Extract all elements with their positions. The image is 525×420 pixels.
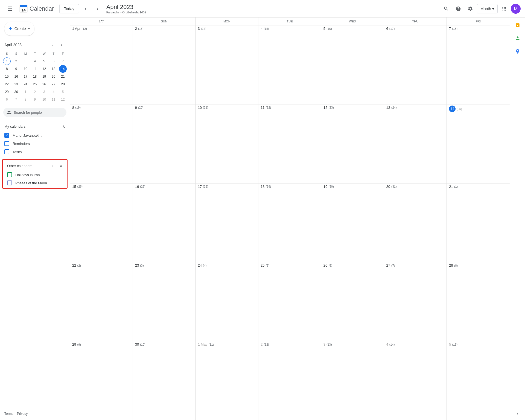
reminders-checkbox[interactable] xyxy=(4,141,9,146)
mini-day-cell[interactable]: 25 xyxy=(30,80,39,88)
user-avatar[interactable]: M xyxy=(511,4,521,14)
mini-day-cell[interactable]: 3 xyxy=(21,57,30,65)
mini-day-cell[interactable]: 14 xyxy=(58,65,68,73)
day-apr-18[interactable]: 18(29) xyxy=(258,183,321,262)
mini-prev-button[interactable]: ‹ xyxy=(49,41,57,49)
mini-day-cell[interactable]: 1 xyxy=(2,57,11,65)
mini-day-cell[interactable]: 15 xyxy=(2,73,11,80)
mini-day-cell[interactable]: 6 xyxy=(2,96,11,103)
day-apr-20[interactable]: 20(31) xyxy=(384,183,447,262)
day-apr-4[interactable]: 4(15) xyxy=(258,25,321,104)
calendar-item-holidays-iran[interactable]: Holidays in Iran xyxy=(3,171,67,179)
moon-phases-checkbox[interactable] xyxy=(7,180,12,185)
view-selector[interactable]: Month ▾ xyxy=(477,4,498,13)
mini-day-cell[interactable]: 16 xyxy=(11,73,21,80)
day-apr-5[interactable]: 5(16) xyxy=(321,25,384,104)
day-apr-26[interactable]: 26(6) xyxy=(321,262,384,341)
mini-day-1[interactable]: 1 xyxy=(3,57,11,65)
terms-link[interactable]: Terms xyxy=(4,412,13,416)
day-may-3[interactable]: 3(13) xyxy=(321,341,384,420)
mini-day-8[interactable]: 8 xyxy=(3,65,11,73)
mini-day-cell[interactable]: 26 xyxy=(40,80,49,88)
search-people-button[interactable]: Search for people xyxy=(3,108,66,117)
day-apr-23[interactable]: 23(3) xyxy=(133,262,196,341)
mahdi-checkbox[interactable]: ✓ xyxy=(4,133,9,138)
day-apr-24[interactable]: 24(4) xyxy=(196,262,258,341)
calendar-item-moon-phases[interactable]: Phases of the Moon xyxy=(3,179,67,187)
day-apr-3[interactable]: 3(14) xyxy=(196,25,258,104)
mini-day-cell[interactable]: 2 xyxy=(11,57,21,65)
mini-day-cell[interactable]: 11 xyxy=(49,96,58,103)
mini-day-cell[interactable]: 29 xyxy=(2,88,11,96)
day-apr-19[interactable]: 19(30) xyxy=(321,183,384,262)
day-apr-11[interactable]: 11(22) xyxy=(258,104,321,183)
mini-day-5[interactable]: 5 xyxy=(40,57,48,65)
day-apr-27[interactable]: 27(7) xyxy=(384,262,447,341)
mini-day-cell[interactable]: 7 xyxy=(11,96,21,103)
mini-day-cell[interactable]: 18 xyxy=(30,73,39,80)
mini-day-cell[interactable]: 1 xyxy=(21,88,30,96)
mini-day-14[interactable]: 14 xyxy=(59,65,67,73)
mini-day-cell[interactable]: 13 xyxy=(49,65,58,73)
mini-day-cell[interactable]: 12 xyxy=(58,96,68,103)
right-sidebar-expand[interactable]: › xyxy=(517,411,518,418)
day-apr-16[interactable]: 16(27) xyxy=(133,183,196,262)
mini-day-7[interactable]: 7 xyxy=(59,57,67,65)
mini-day-cell[interactable]: 5 xyxy=(40,57,49,65)
day-apr-12[interactable]: 12(23) xyxy=(321,104,384,183)
mini-day-cell[interactable]: 27 xyxy=(49,80,58,88)
mini-day-cell[interactable]: 3 xyxy=(40,88,49,96)
mini-day-cell[interactable]: 2 xyxy=(30,88,39,96)
mini-day-10[interactable]: 10 xyxy=(22,65,29,73)
mini-day-cell[interactable]: 9 xyxy=(11,65,21,73)
add-other-calendar-button[interactable]: + xyxy=(49,162,57,170)
day-may-1[interactable]: 1 May(11) xyxy=(196,341,258,420)
mini-day-cell[interactable]: 30 xyxy=(11,88,21,96)
menu-icon[interactable]: ☰ xyxy=(4,3,15,14)
day-apr-21[interactable]: 21(1) xyxy=(447,183,510,262)
holidays-iran-checkbox[interactable] xyxy=(7,172,12,177)
calendar-item-tasks[interactable]: Tasks xyxy=(0,148,70,156)
right-icon-contacts[interactable] xyxy=(512,33,523,44)
day-apr-13[interactable]: 13(24) xyxy=(384,104,447,183)
day-apr-10[interactable]: 10(21) xyxy=(196,104,258,183)
mini-day-11[interactable]: 11 xyxy=(31,65,39,73)
day-may-4[interactable]: 4(14) xyxy=(384,341,447,420)
apps-button[interactable] xyxy=(499,3,510,14)
mini-day-cell[interactable]: 10 xyxy=(40,96,49,103)
mini-day-cell[interactable]: 11 xyxy=(30,65,39,73)
mini-day-4[interactable]: 4 xyxy=(31,57,39,65)
day-apr-2[interactable]: 2(13) xyxy=(133,25,196,104)
privacy-link[interactable]: Privacy xyxy=(17,412,28,416)
mini-day-cell[interactable]: 4 xyxy=(49,88,58,96)
day-apr-1[interactable]: 1 Apr(12) xyxy=(70,25,133,104)
mini-day-cell[interactable]: 8 xyxy=(2,65,11,73)
today-button[interactable]: Today xyxy=(59,4,79,13)
mini-day-13[interactable]: 13 xyxy=(50,65,57,73)
day-apr-8[interactable]: 8(19) xyxy=(70,104,133,183)
mini-day-cell[interactable]: 4 xyxy=(30,57,39,65)
mini-day-cell[interactable]: 19 xyxy=(40,73,49,80)
day-apr-15[interactable]: 15(26) xyxy=(70,183,133,262)
day-apr-22[interactable]: 22(2) xyxy=(70,262,133,341)
mini-day-cell[interactable]: 21 xyxy=(58,73,68,80)
mini-day-cell[interactable]: 8 xyxy=(21,96,30,103)
right-icon-maps[interactable] xyxy=(512,46,523,57)
mini-day-cell[interactable]: 23 xyxy=(11,80,21,88)
mini-next-button[interactable]: › xyxy=(58,41,65,49)
day-apr-29[interactable]: 29(9) xyxy=(70,341,133,420)
settings-button[interactable] xyxy=(465,3,476,14)
mini-day-cell[interactable]: 7 xyxy=(58,57,68,65)
create-button[interactable]: + Create ▾ xyxy=(4,22,34,36)
mini-day-6[interactable]: 6 xyxy=(50,57,57,65)
day-apr-17[interactable]: 17(28) xyxy=(196,183,258,262)
mini-day-cell[interactable]: 9 xyxy=(30,96,39,103)
help-button[interactable] xyxy=(453,3,464,14)
mini-day-cell[interactable]: 5 xyxy=(58,88,68,96)
mini-day-12[interactable]: 12 xyxy=(40,65,48,73)
mini-day-cell[interactable]: 24 xyxy=(21,80,30,88)
day-may-5[interactable]: 5(15) xyxy=(447,341,510,420)
my-calendars-collapse-button[interactable]: ∧ xyxy=(60,122,68,130)
mini-day-9[interactable]: 9 xyxy=(12,65,20,73)
day-apr-14-today[interactable]: 14(25) xyxy=(447,104,510,183)
